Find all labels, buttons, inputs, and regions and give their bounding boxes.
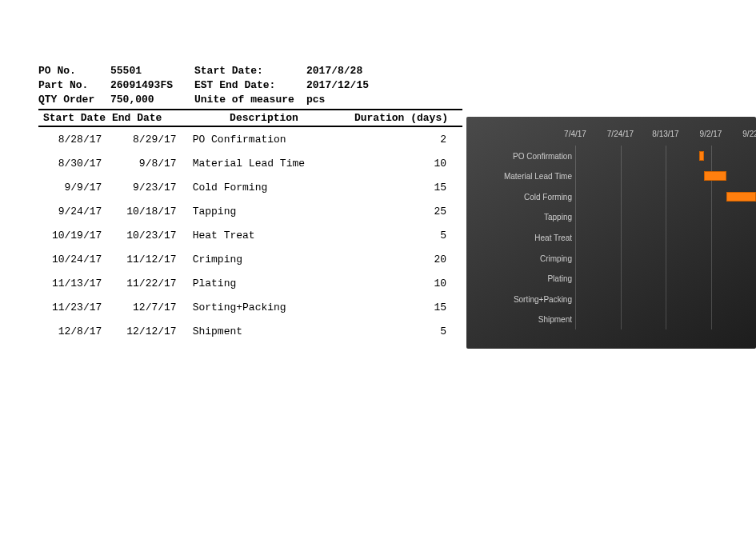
gantt-bar: [704, 171, 726, 181]
cell-dur: 10: [367, 158, 462, 170]
cell-end: 12/7/17: [113, 301, 187, 313]
y-axis-label: Cold Forming: [468, 192, 572, 201]
table-row: 12/8/1712/12/17Shipment5: [38, 319, 462, 343]
qty-label: QTY Order: [38, 93, 110, 107]
qty-value: 750,000: [110, 93, 194, 107]
meta-row-po: PO No. 55501 Start Date: 2017/8/28: [38, 64, 462, 78]
cell-dur: 15: [367, 301, 462, 313]
po-no-label: PO No.: [38, 64, 110, 78]
start-date-value: 2017/8/28: [298, 64, 402, 78]
table-row: 10/19/1710/23/17Heat Treat5: [38, 223, 462, 247]
gantt-chart: 7/4/177/24/178/13/179/2/179/22/17PO Conf…: [466, 117, 756, 349]
cell-start: 10/19/17: [38, 230, 113, 242]
cell-end: 9/23/17: [113, 182, 187, 194]
cell-dur: 2: [367, 134, 462, 146]
part-no-value: 26091493FS: [110, 78, 194, 93]
cell-start: 9/24/17: [38, 206, 113, 218]
table-row: 11/23/1712/7/17Sorting+Packing15: [38, 295, 462, 319]
cell-start: 8/30/17: [38, 158, 113, 170]
table-row: 11/13/1711/22/17Plating10: [38, 271, 462, 295]
col-start: Start Date: [38, 112, 107, 124]
y-axis-label: Tapping: [468, 213, 572, 222]
y-axis-label: PO Confirmation: [468, 151, 572, 160]
cell-dur: 25: [367, 206, 462, 218]
cell-end: 9/8/17: [113, 158, 187, 170]
table-row: 8/28/178/29/17PO Confirmation2: [38, 127, 462, 151]
table-row: 10/24/1711/12/17Crimping20: [38, 247, 462, 271]
table-row: 9/24/1710/18/17Tapping25: [38, 199, 462, 223]
task-body: 8/28/178/29/17PO Confirmation28/30/179/8…: [38, 127, 462, 343]
col-desc: Description: [176, 112, 352, 124]
table-row: 8/30/179/8/17Material Lead Time10: [38, 151, 462, 175]
col-dur: Duration (days): [352, 112, 451, 124]
x-axis-label: 9/22/17: [742, 130, 756, 138]
cell-dur: 5: [367, 230, 462, 242]
cell-dur: 10: [367, 277, 462, 289]
y-axis-label: Sorting+Packing: [468, 294, 572, 303]
cell-end: 11/22/17: [113, 277, 187, 289]
cell-desc: Sorting+Packing: [188, 301, 367, 313]
cell-start: 11/23/17: [38, 301, 113, 313]
table-row: 9/9/179/23/17Cold Forming15: [38, 175, 462, 199]
y-axis-label: Material Lead Time: [468, 172, 572, 181]
cell-start: 9/9/17: [38, 182, 113, 194]
cell-desc: Heat Treat: [188, 230, 367, 242]
cell-dur: 15: [367, 182, 462, 194]
cell-dur: 20: [367, 254, 462, 266]
cell-start: 10/24/17: [38, 254, 113, 266]
cell-desc: Tapping: [188, 206, 367, 218]
column-headers: Start Date End Date Description Duration…: [38, 109, 462, 127]
po-no-value: 55501: [110, 64, 194, 78]
gridline: [575, 146, 576, 329]
y-axis-label: Crimping: [468, 254, 572, 262]
gridline: [666, 146, 666, 329]
gantt-bar: [699, 151, 704, 161]
cell-desc: Crimping: [188, 254, 367, 266]
cell-start: 8/28/17: [38, 134, 113, 146]
est-end-value: 2017/12/15: [298, 78, 402, 93]
x-axis-label: 7/24/17: [607, 130, 634, 138]
cell-end: 8/29/17: [113, 134, 187, 146]
start-date-label: Start Date:: [194, 64, 298, 78]
x-axis-label: 9/2/17: [700, 130, 722, 138]
meta-row-part: Part No. 26091493FS EST End Date: 2017/1…: [38, 78, 462, 93]
cell-end: 12/12/17: [113, 325, 187, 337]
y-axis-label: Heat Treat: [468, 234, 572, 242]
cell-end: 11/12/17: [113, 254, 187, 266]
cell-desc: PO Confirmation: [188, 134, 367, 146]
cell-end: 10/23/17: [113, 230, 187, 242]
cell-dur: 5: [367, 325, 462, 337]
gridline: [621, 146, 622, 329]
est-end-label: EST End Date:: [194, 78, 298, 93]
cell-desc: Material Lead Time: [188, 158, 367, 170]
cell-desc: Cold Forming: [188, 182, 367, 194]
uom-value: pcs: [298, 93, 402, 107]
part-no-label: Part No.: [38, 78, 110, 93]
cell-desc: Shipment: [188, 325, 367, 337]
col-end: End Date: [107, 112, 176, 124]
cell-end: 10/18/17: [113, 206, 187, 218]
cell-start: 12/8/17: [38, 325, 113, 337]
y-axis-label: Shipment: [468, 315, 572, 324]
chart-plot-area: [575, 146, 756, 329]
x-axis-label: 8/13/17: [652, 130, 678, 138]
schedule-table: PO No. 55501 Start Date: 2017/8/28 Part …: [38, 64, 462, 343]
cell-desc: Plating: [188, 277, 367, 289]
gantt-bar: [726, 192, 756, 202]
x-axis-label: 7/4/17: [564, 130, 586, 138]
uom-label: Unite of measure: [194, 93, 298, 107]
y-axis-label: Plating: [468, 274, 572, 283]
meta-row-qty: QTY Order 750,000 Unite of measure pcs: [38, 93, 462, 107]
cell-start: 11/13/17: [38, 277, 113, 289]
